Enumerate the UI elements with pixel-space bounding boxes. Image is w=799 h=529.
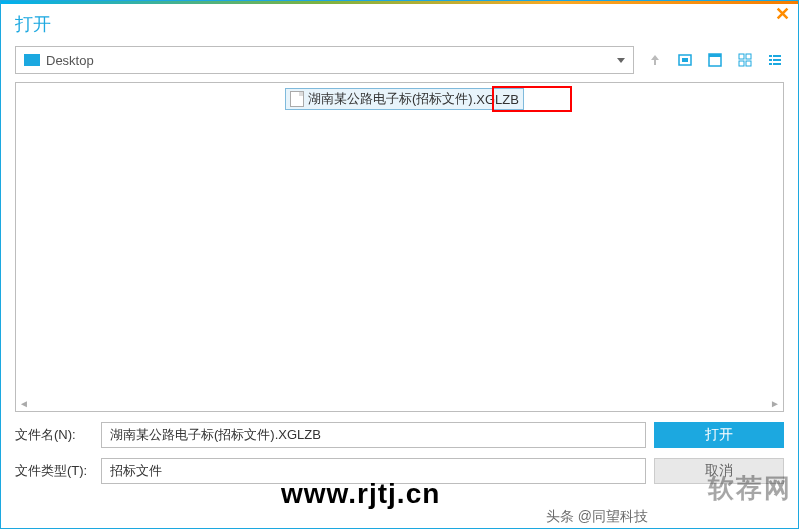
- up-folder-button[interactable]: [646, 51, 664, 69]
- svg-rect-1: [682, 58, 688, 62]
- svg-rect-6: [739, 61, 744, 66]
- dialog-title: 打开: [1, 4, 798, 46]
- file-name-ext: .XGLZB: [473, 92, 519, 107]
- file-item[interactable]: 湖南某公路电子标(招标文件) .XGLZB: [285, 88, 524, 110]
- svg-rect-8: [769, 55, 772, 57]
- filename-value: 湖南某公路电子标(招标文件).XGLZB: [110, 426, 321, 444]
- open-button[interactable]: 打开: [654, 422, 784, 448]
- open-dialog: ✕ 打开 Desktop: [0, 0, 799, 529]
- cancel-button[interactable]: 取消: [654, 458, 784, 484]
- svg-rect-4: [739, 54, 744, 59]
- scroll-left-icon: ◄: [19, 398, 29, 409]
- close-icon: ✕: [775, 4, 790, 24]
- horizontal-scrollbar[interactable]: ◄ ►: [16, 398, 783, 409]
- svg-rect-3: [709, 54, 721, 57]
- document-icon: [290, 91, 304, 107]
- svg-rect-11: [773, 59, 781, 61]
- filename-input[interactable]: 湖南某公路电子标(招标文件).XGLZB: [101, 422, 646, 448]
- desktop-icon: [24, 54, 40, 66]
- filename-row: 文件名(N): 湖南某公路电子标(招标文件).XGLZB 打开: [15, 422, 784, 448]
- filename-label: 文件名(N):: [15, 426, 93, 444]
- svg-rect-10: [769, 59, 772, 61]
- svg-rect-13: [773, 63, 781, 65]
- new-folder-button[interactable]: [676, 51, 694, 69]
- location-dropdown[interactable]: Desktop: [15, 46, 634, 74]
- scroll-right-icon: ►: [770, 398, 780, 409]
- close-button[interactable]: ✕: [775, 3, 790, 25]
- filetype-value: 招标文件: [110, 462, 162, 480]
- path-bar: Desktop: [1, 46, 798, 82]
- window-button[interactable]: [706, 51, 724, 69]
- view-icons-button[interactable]: [736, 51, 754, 69]
- filetype-dropdown[interactable]: 招标文件: [101, 458, 646, 484]
- svg-rect-5: [746, 54, 751, 59]
- filetype-label: 文件类型(T):: [15, 462, 93, 480]
- bottom-fields: 文件名(N): 湖南某公路电子标(招标文件).XGLZB 打开 文件类型(T):…: [1, 412, 798, 484]
- file-list-area[interactable]: 湖南某公路电子标(招标文件) .XGLZB ◄ ►: [15, 82, 784, 412]
- chevron-down-icon: [617, 58, 625, 63]
- svg-rect-9: [773, 55, 781, 57]
- filetype-row: 文件类型(T): 招标文件 取消: [15, 458, 784, 484]
- view-list-button[interactable]: [766, 51, 784, 69]
- file-name-base: 湖南某公路电子标(招标文件): [308, 90, 473, 108]
- svg-rect-7: [746, 61, 751, 66]
- watermark-attribution: 头条 @同望科技: [546, 508, 648, 526]
- location-text: Desktop: [46, 53, 617, 68]
- svg-rect-12: [769, 63, 772, 65]
- toolbar: [646, 51, 784, 69]
